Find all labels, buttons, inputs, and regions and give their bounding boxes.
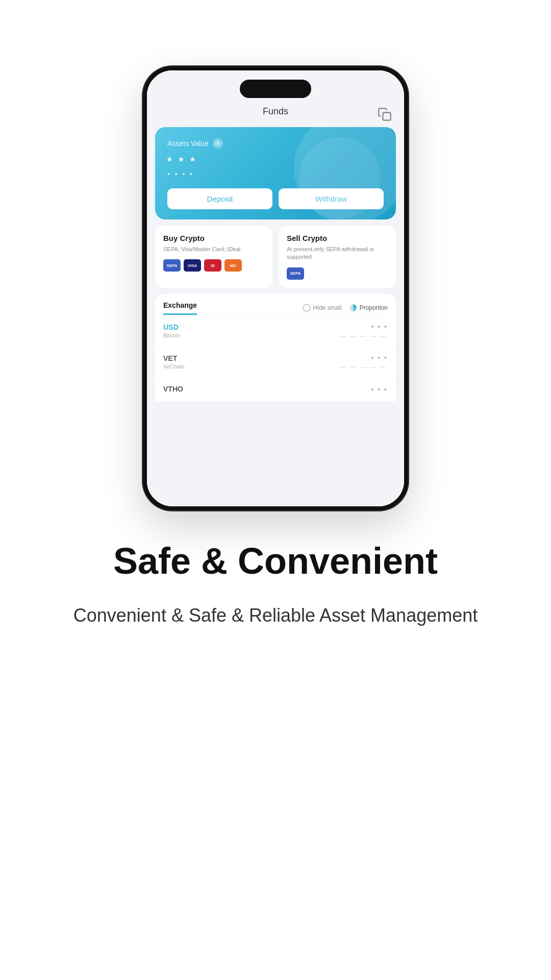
visa-badge: VISA [184,259,201,272]
sell-sepa-badge: SEPA [287,267,304,280]
sell-crypto-desc: At present,only SEPA withdrawal is suppo… [287,246,388,261]
hide-small-icon [303,304,311,312]
asset-row-usd[interactable]: USD Bitcoin • • • — — — — — [155,315,396,347]
exchange-header: Exchange Hide small Propor [155,294,396,315]
exchange-controls: Hide small Proportion [303,304,388,312]
app-screen: Funds Assets Value [147,70,404,506]
assets-sub-hidden: • • • • [167,170,384,178]
assets-value-hidden: * * * [167,155,384,168]
buy-sell-row: Buy Crypto SEPA; Visa/Master Card; IDeal… [155,226,396,288]
asset-info-usd: USD Bitcoin [163,323,180,338]
asset-sub-usd: Bitcoin [163,332,180,338]
assets-label: Assets Value [167,138,384,149]
ideal-badge: iD [204,259,221,272]
hide-small-toggle[interactable]: Hide small [303,304,342,312]
asset-right-vet: • • • — — — — — [340,354,388,370]
asset-info-vtho: VTHO [163,385,183,394]
phone-notch [240,80,311,98]
withdraw-button[interactable]: Withdraw [279,188,384,209]
svg-rect-0 [383,113,391,120]
sell-payment-icons: SEPA [287,267,388,280]
page-title: Funds [263,106,288,117]
assets-card: Assets Value * * * • • • • Deposit Withd… [155,127,396,219]
dots-menu-vet[interactable]: • • • [371,354,388,362]
asset-row-vet[interactable]: VET VeChain • • • — — — — — [155,347,396,378]
asset-right-vtho: • • • [371,385,388,394]
pie-icon [349,304,357,312]
proportion-label: Proportion [360,304,388,311]
dots-menu-usd[interactable]: • • • [371,323,388,331]
eye-icon[interactable] [213,138,223,149]
proportion-button[interactable]: Proportion [349,304,388,312]
sepa-badge: SEPA [163,259,181,272]
marketing-title: Safe & Convenient [113,541,438,581]
buy-crypto-desc: SEPA; Visa/Master Card; IDeal [163,246,264,253]
asset-row-vtho[interactable]: VTHO • • • [155,378,396,402]
assets-value-label: Assets Value [167,139,209,148]
asset-right-usd: • • • — — — — — [340,323,388,339]
asset-name-vet: VET [163,354,185,362]
deposit-button[interactable]: Deposit [167,188,272,209]
amount-dots-usd: — — — — — [340,333,388,339]
copy-icon[interactable] [378,107,392,121]
dots-menu-vtho[interactable]: • • • [371,385,388,394]
marketing-section: Safe & Convenient Convenient & Safe & Re… [43,541,508,629]
asset-sub-vet: VeChain [163,363,185,370]
buy-payment-icons: SEPA VISA iD MC [163,259,264,272]
buy-crypto-title: Buy Crypto [163,234,264,242]
buy-crypto-card[interactable]: Buy Crypto SEPA; Visa/Master Card; IDeal… [155,226,272,288]
amount-dots-vet: — — — — — [340,364,388,370]
exchange-tab[interactable]: Exchange [163,301,197,315]
phone-mockup: Funds Assets Value [143,66,408,510]
svg-point-1 [217,143,218,144]
sell-crypto-title: Sell Crypto [287,234,388,242]
phone-frame: Funds Assets Value [143,66,408,510]
master-badge: MC [224,259,242,272]
marketing-description: Convenient & Safe & Reliable Asset Manag… [73,602,478,629]
card-buttons: Deposit Withdraw [167,188,384,209]
hide-small-label: Hide small [313,304,342,311]
asset-name-vtho: VTHO [163,385,183,393]
sell-crypto-card[interactable]: Sell Crypto At present,only SEPA withdra… [279,226,396,288]
asset-name-usd: USD [163,323,180,331]
asset-info-vet: VET VeChain [163,354,185,370]
exchange-section: Exchange Hide small Propor [155,294,396,402]
